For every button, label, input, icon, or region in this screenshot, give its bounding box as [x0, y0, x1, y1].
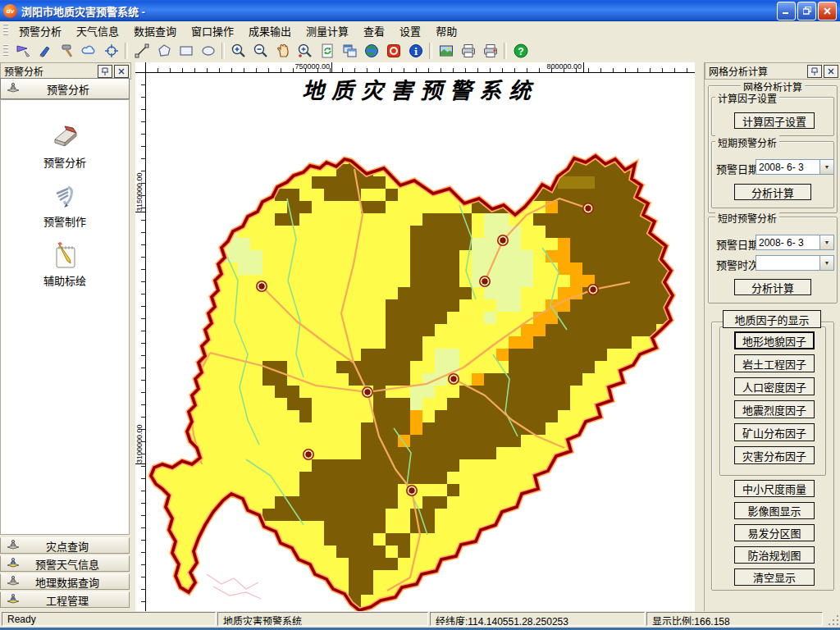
left-item-warning-analysis[interactable]: 预警分析 [1, 123, 129, 170]
minimize-button[interactable] [777, 2, 796, 21]
menu-item-1[interactable]: 天气信息 [69, 21, 126, 40]
chevron-down-icon[interactable]: ▼ [819, 235, 833, 249]
geo-factor-button-4[interactable]: 矿山分布因子 [734, 423, 815, 441]
left-bottom-bar-2[interactable]: 地理数据查询 [0, 573, 130, 590]
map-canvas[interactable]: 地质灾害预警系统 [146, 73, 695, 611]
town-marker[interactable] [363, 387, 372, 397]
pin-icon[interactable] [807, 65, 822, 78]
left-bottom-bar-3[interactable]: 工程管理 [0, 591, 130, 608]
menu-item-8[interactable]: 帮助 [428, 21, 464, 40]
menu-item-2[interactable]: 数据查询 [126, 21, 184, 40]
vertical-ruler: 3150000.003100000.00 [135, 73, 146, 611]
geo-factor-button-1[interactable]: 岩土工程因子 [734, 354, 815, 372]
cloud-icon[interactable] [78, 40, 100, 62]
brush-icon[interactable] [34, 40, 56, 62]
application-window: dv 浏阳市地质灾害预警系统 - 预警分析天气信息数据查询窗口操作成果输出测量计… [0, 0, 840, 630]
nowcast-date-label: 预警日期 [716, 236, 759, 252]
display-button-0[interactable]: 中小尺度雨量 [734, 480, 815, 497]
close-icon[interactable] [114, 65, 129, 78]
town-marker[interactable] [498, 235, 508, 245]
town-marker[interactable] [588, 285, 598, 294]
menu-item-0[interactable]: 预警分析 [11, 21, 69, 40]
left-item-warning-making[interactable]: 预警制作 [1, 182, 129, 229]
copy-window-icon[interactable] [338, 40, 360, 62]
ellipse-icon[interactable] [197, 40, 219, 62]
menu-item-3[interactable]: 窗口操作 [184, 21, 241, 40]
polygon-icon[interactable] [153, 40, 175, 62]
menu-item-6[interactable]: 查看 [356, 21, 392, 40]
stop-icon[interactable] [382, 40, 404, 62]
display-button-1[interactable]: 影像图显示 [734, 502, 815, 519]
town-marker[interactable] [407, 486, 417, 495]
left-section-label: 预警分析 [24, 81, 129, 97]
toolbar-separator [125, 43, 128, 59]
left-bottom-bar-label: 灾点查询 [24, 538, 129, 554]
rectangle-icon[interactable] [175, 40, 197, 62]
town-marker[interactable] [480, 276, 490, 286]
status-system: 地质灾害预警系统 [217, 612, 428, 626]
hammer-icon[interactable] [56, 40, 78, 62]
left-section-bar[interactable]: 预警分析 [0, 78, 130, 99]
nowcast-date-value: 2008- 6- 3 [756, 235, 819, 249]
menu-grip[interactable] [3, 24, 8, 37]
short-term-date-value: 2008- 6- 3 [756, 160, 819, 174]
map-edit-icon[interactable] [11, 40, 34, 62]
help-icon[interactable]: ? [509, 40, 532, 62]
refresh-icon[interactable] [316, 40, 338, 62]
short-term-analyze-button[interactable]: 分析计算 [734, 184, 811, 200]
town-marker[interactable] [257, 281, 267, 291]
stamp-icon [6, 82, 21, 95]
short-term-date-combo[interactable]: 2008- 6- 3 ▼ [756, 159, 834, 175]
pan-icon[interactable] [272, 40, 294, 62]
info-icon[interactable]: i [404, 40, 427, 62]
left-item-aux-plot[interactable]: 辅助标绘 [1, 241, 129, 288]
town-marker[interactable] [304, 450, 313, 459]
geo-factor-button-3[interactable]: 地震烈度因子 [734, 400, 815, 418]
print-setup-icon[interactable] [479, 40, 501, 62]
left-bottom-bar-1[interactable]: 预警天气信息 [0, 555, 130, 572]
restore-button[interactable] [797, 2, 816, 21]
nowcast-time-combo[interactable]: ▼ [756, 255, 834, 271]
factor-setting-button[interactable]: 计算因子设置 [734, 112, 815, 129]
menu-item-7[interactable]: 设置 [392, 21, 428, 40]
nowcast-analyze-button[interactable]: 分析计算 [734, 279, 811, 295]
display-button-2[interactable]: 易发分区图 [734, 524, 815, 541]
resize-grip[interactable] [829, 615, 839, 626]
locate-icon[interactable] [100, 40, 122, 62]
chevron-down-icon[interactable]: ▼ [819, 160, 833, 174]
display-button-3[interactable]: 防治规划图 [734, 546, 815, 564]
nowcast-date-combo[interactable]: 2008- 6- 3 ▼ [756, 235, 834, 250]
pin-icon[interactable] [98, 65, 112, 78]
zoom-in-icon[interactable] [227, 40, 249, 62]
toolbar-grip[interactable] [3, 44, 8, 57]
stamp-color-icon [6, 593, 21, 606]
nowcast-time-value [756, 256, 819, 270]
town-marker[interactable] [449, 374, 459, 384]
toolbar-separator [504, 43, 507, 59]
map-image-icon[interactable] [435, 40, 457, 62]
close-icon[interactable] [824, 65, 838, 78]
chevron-down-icon[interactable]: ▼ [819, 256, 833, 270]
geo-factor-button-2[interactable]: 人口密度因子 [734, 377, 815, 395]
print-icon[interactable] [457, 40, 479, 62]
left-panel-header: 预警分析 [0, 62, 131, 80]
line-icon[interactable] [130, 40, 153, 62]
globe-icon[interactable] [360, 40, 382, 62]
town-marker[interactable] [583, 203, 593, 213]
v-ruler-label: 3150000.00 [135, 153, 144, 212]
nowcast-time-label: 预警时次 [716, 257, 759, 272]
left-bottom-bar-label: 工程管理 [24, 592, 129, 608]
display-button-4[interactable]: 清空显示 [734, 568, 815, 586]
menu-item-5[interactable]: 测量计算 [299, 21, 356, 40]
left-item-label: 预警制作 [1, 213, 129, 229]
menu-item-4[interactable]: 成果输出 [241, 21, 299, 40]
zoom-out-icon[interactable] [249, 40, 272, 62]
left-bottom-bar-0[interactable]: 灾点查询 [0, 537, 130, 554]
main-area: 预警分析 预警分析 预警分析 [0, 62, 840, 611]
zoom-extent-icon[interactable] [294, 40, 316, 62]
map-splitter[interactable] [695, 62, 699, 611]
geo-factor-header-button[interactable]: 地质因子的显示 [723, 310, 821, 328]
close-button[interactable] [818, 2, 837, 21]
geo-factor-button-0[interactable]: 地形地貌因子 [734, 331, 815, 349]
geo-factor-button-5[interactable]: 灾害分布因子 [734, 446, 815, 464]
